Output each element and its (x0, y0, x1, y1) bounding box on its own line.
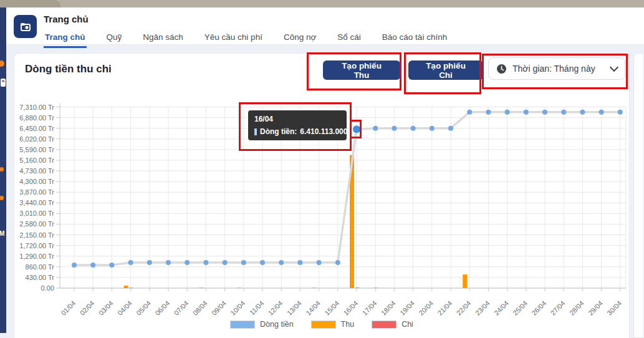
time-filter-value: Thời gian: Tháng này (512, 64, 605, 74)
legend-label: Chi (401, 320, 413, 329)
clock-icon (496, 64, 507, 74)
tab-ngan-sach[interactable]: Ngân sách (142, 30, 185, 48)
legend-swatch-thu (311, 321, 336, 329)
svg-text:25/04: 25/04 (511, 299, 529, 317)
create-payment-button[interactable]: Tạo phiếu Chi (408, 60, 483, 80)
tab-bao-cao-tai-chinh[interactable]: Báo cáo tài chính (381, 30, 448, 48)
svg-text:07/04: 07/04 (173, 299, 190, 317)
sidebar-fragment-badge (1, 79, 6, 87)
svg-text:1,720.00 Tr: 1,720.00 Tr (19, 242, 54, 249)
svg-text:6,450.00 Tr: 6,450.00 Tr (19, 125, 54, 132)
sidebar-sliver: M (0, 7, 6, 333)
legend-swatch-dong-tien (230, 321, 255, 329)
svg-text:5,160.00 Tr: 5,160.00 Tr (19, 157, 54, 164)
svg-text:21/04: 21/04 (436, 299, 453, 317)
tooltip-series-label: Dòng tiền: (260, 127, 297, 136)
svg-text:09/04: 09/04 (210, 299, 228, 317)
tab-cong-no[interactable]: Công nợ (282, 30, 317, 48)
svg-text:20/04: 20/04 (417, 299, 435, 317)
chart-title: Dòng tiền thu chi (25, 63, 112, 75)
svg-text:14/04: 14/04 (304, 299, 322, 317)
chart-legend: Dòng tiền Thu Chi (14, 320, 630, 329)
tooltip-date: 16/04 (254, 115, 340, 123)
svg-text:18/04: 18/04 (380, 299, 397, 317)
svg-text:2,150.00 Tr: 2,150.00 Tr (19, 231, 54, 239)
svg-text:05/04: 05/04 (135, 299, 152, 317)
svg-text:4,730.00 Tr: 4,730.00 Tr (19, 167, 54, 175)
svg-text:3,870.00 Tr: 3,870.00 Tr (19, 188, 54, 196)
svg-text:3,010.00 Tr: 3,010.00 Tr (19, 210, 54, 217)
svg-text:17/04: 17/04 (361, 299, 378, 317)
tab-quy[interactable]: Quỹ (105, 30, 123, 48)
svg-text:1,290.00 Tr: 1,290.00 Tr (19, 253, 54, 260)
legend-label: Thu (341, 320, 355, 329)
svg-text:08/04: 08/04 (191, 299, 209, 317)
svg-text:5,590.00 Tr: 5,590.00 Tr (19, 146, 54, 153)
chevron-down-icon (610, 63, 618, 72)
time-filter-dropdown[interactable]: Thời gian: Tháng này (488, 57, 625, 80)
sidebar-fragment-icon (0, 60, 4, 67)
svg-text:03/04: 03/04 (97, 299, 115, 317)
svg-text:26/04: 26/04 (530, 299, 547, 317)
module-icon[interactable] (14, 15, 37, 38)
tab-so-cai[interactable]: Sổ cái (336, 30, 362, 48)
svg-text:12/04: 12/04 (267, 299, 284, 317)
svg-text:3,440.00 Tr: 3,440.00 Tr (19, 199, 54, 206)
svg-text:15/04: 15/04 (323, 299, 340, 317)
svg-text:0.00: 0.00 (41, 284, 54, 292)
tab-trang-chu[interactable]: Trang chủ (44, 30, 87, 48)
page-header: Trang chủ Trang chủ Quỹ Ngân sách Yêu cầ… (6, 7, 644, 45)
svg-text:2,580.00 Tr: 2,580.00 Tr (19, 220, 54, 228)
svg-text:04/04: 04/04 (116, 299, 133, 317)
svg-text:27/04: 27/04 (549, 299, 567, 317)
sidebar-fragment-icon (0, 196, 4, 200)
tab-bar: Trang chủ Quỹ Ngân sách Yêu cầu chi phí … (44, 30, 448, 48)
create-receipt-button[interactable]: Tạo phiếu Thu (323, 60, 400, 80)
tab-yeu-cau-chi-phi[interactable]: Yêu cầu chi phí (203, 30, 264, 48)
svg-text:30/04: 30/04 (605, 299, 623, 317)
svg-text:29/04: 29/04 (587, 299, 604, 317)
tooltip-series-swatch-icon (254, 128, 257, 135)
svg-text:860.00 Tr: 860.00 Tr (26, 263, 55, 271)
svg-text:23/04: 23/04 (474, 299, 491, 317)
svg-text:22/04: 22/04 (455, 299, 473, 317)
legend-label: Dòng tiền (260, 320, 294, 329)
money-icon (18, 19, 33, 34)
tooltip-value: 6.410.113.000 (300, 127, 347, 136)
svg-text:6,880.00 Tr: 6,880.00 Tr (19, 114, 54, 122)
svg-text:16/04: 16/04 (342, 299, 359, 317)
svg-text:10/04: 10/04 (229, 299, 246, 317)
svg-text:06/04: 06/04 (153, 299, 171, 317)
svg-text:430.00 Tr: 430.00 Tr (26, 274, 55, 281)
chart-tooltip: 16/04 Dòng tiền: 6.410.113.000 (248, 110, 347, 140)
legend-swatch-chi (372, 321, 396, 329)
browser-tab-fragment (0, 0, 60, 7)
svg-text:19/04: 19/04 (398, 299, 416, 317)
svg-text:02/04: 02/04 (79, 299, 96, 317)
svg-text:4,300.00 Tr: 4,300.00 Tr (19, 178, 54, 185)
svg-text:13/04: 13/04 (286, 299, 303, 317)
legend-item-thu[interactable]: Thu (311, 320, 355, 329)
page-title: Trang chủ (44, 14, 89, 24)
legend-item-chi[interactable]: Chi (372, 320, 413, 329)
sidebar-fragment-text: M (0, 230, 4, 237)
svg-text:24/04: 24/04 (493, 299, 510, 317)
sidebar-fragment-icon (0, 167, 4, 171)
svg-text:28/04: 28/04 (568, 299, 585, 317)
browser-top-strip (0, 0, 644, 7)
svg-text:6,020.00 Tr: 6,020.00 Tr (19, 135, 54, 143)
svg-text:11/04: 11/04 (248, 299, 265, 316)
svg-text:7,310.00 Tr: 7,310.00 Tr (19, 104, 54, 111)
svg-text:01/04: 01/04 (59, 299, 77, 317)
adjacent-card-fragment (633, 53, 644, 338)
legend-item-dong-tien[interactable]: Dòng tiền (230, 320, 294, 329)
